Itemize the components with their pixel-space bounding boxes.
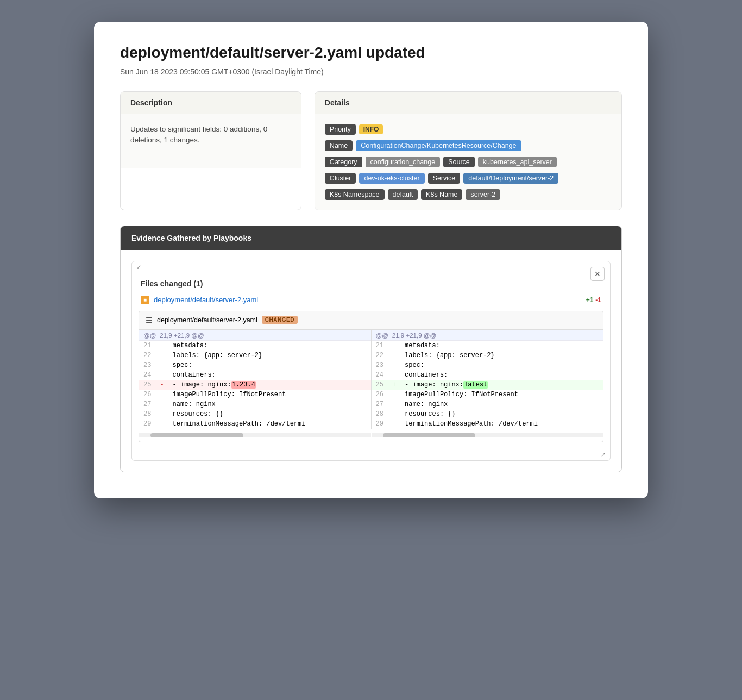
diff-file-header: ☰ deployment/default/server-2.yaml CHANG…	[139, 311, 603, 329]
line-content: containers:	[400, 370, 603, 380]
description-text: Updates to significant fields: 0 additio…	[130, 124, 291, 146]
scroll-left[interactable]	[139, 429, 371, 442]
scroll-right[interactable]	[372, 429, 603, 442]
line-number: 27	[372, 399, 388, 409]
cluster-value: dev-uk-eks-cluster	[359, 173, 424, 184]
priority-label: Priority	[325, 124, 356, 135]
line-marker	[388, 341, 400, 351]
diff-hunk-left: @@ -21,9 +21,9 @@	[139, 330, 371, 341]
top-corner-toggle[interactable]: ↙	[132, 261, 610, 273]
description-header: Description	[121, 92, 301, 114]
diff-hunk-right: @@ -21,9 +21,9 @@	[372, 330, 603, 341]
line-marker	[155, 360, 168, 370]
diff-table-right: 21 metadata:22 labels: {app: server-2}23…	[372, 341, 603, 429]
line-content: terminationMessagePath: /dev/termi	[400, 419, 603, 429]
line-marker	[155, 341, 168, 351]
line-marker	[388, 419, 400, 429]
namespace-k8sname-row: K8s Namespace default K8s Name server-2	[325, 189, 612, 200]
k8s-namespace-value: default	[388, 189, 418, 200]
service-label: Service	[428, 173, 461, 184]
line-marker: -	[155, 380, 168, 390]
line-content: terminationMessagePath: /dev/termi	[168, 419, 371, 429]
line-number: 23	[139, 360, 155, 370]
source-label: Source	[443, 157, 475, 167]
k8s-namespace-label: K8s Namespace	[325, 189, 385, 200]
modal-timestamp: Sun Jun 18 2023 09:50:05 GMT+0300 (Israe…	[120, 67, 622, 76]
modal-title: deployment/default/server-2.yaml updated	[120, 43, 622, 62]
line-number: 28	[372, 409, 388, 419]
line-number: 25	[139, 380, 155, 390]
line-content: labels: {app: server-2}	[168, 351, 371, 360]
line-number: 25	[372, 380, 388, 390]
line-content: spec:	[400, 360, 603, 370]
diff-remove-count: -1	[595, 296, 601, 304]
description-body: Updates to significant fields: 0 additio…	[121, 114, 301, 168]
details-body: Priority INFO Name ConfigurationChange/K…	[315, 114, 621, 210]
line-content: resources: {}	[168, 409, 371, 419]
line-number: 28	[139, 409, 155, 419]
line-number: 24	[372, 370, 388, 380]
file-item-row: ■ deployment/default/server-2.yaml +1 -1	[132, 292, 610, 311]
line-marker	[155, 370, 168, 380]
file-item-link[interactable]: ■ deployment/default/server-2.yaml	[141, 296, 258, 304]
line-content: resources: {}	[400, 409, 603, 419]
diff-col-right: @@ -21,9 +21,9 @@ 21 metadata:22 labels:…	[372, 330, 603, 429]
line-number: 22	[372, 351, 388, 360]
line-number: 26	[372, 390, 388, 399]
diff-col-left: @@ -21,9 +21,9 @@ 21 metadata:22 labels:…	[139, 330, 371, 429]
k8s-name-value: server-2	[466, 189, 500, 200]
details-grid: Priority INFO Name ConfigurationChange/K…	[325, 124, 612, 200]
diff-file-type-icon: ☰	[146, 316, 153, 324]
details-header: Details	[315, 92, 621, 114]
evidence-section: Evidence Gathered by Playbooks ✕ ↙ Files…	[120, 226, 622, 472]
line-content: imagePullPolicy: IfNotPresent	[400, 390, 603, 399]
name-label: Name	[325, 140, 353, 151]
changed-badge: CHANGED	[262, 316, 298, 324]
line-marker	[155, 351, 168, 360]
line-content: containers:	[168, 370, 371, 380]
line-marker	[155, 409, 168, 419]
files-changed-label: Files changed (1)	[132, 273, 610, 292]
line-content: spec:	[168, 360, 371, 370]
line-marker	[388, 360, 400, 370]
line-content: name: nginx	[168, 399, 371, 409]
line-number: 29	[372, 419, 388, 429]
line-number: 29	[139, 419, 155, 429]
line-number: 21	[372, 341, 388, 351]
line-number: 27	[139, 399, 155, 409]
line-number: 24	[139, 370, 155, 380]
line-marker	[388, 390, 400, 399]
file-icon: ■	[141, 296, 149, 304]
line-marker	[155, 419, 168, 429]
category-label: Category	[325, 157, 362, 167]
diff-table-left: 21 metadata:22 labels: {app: server-2}23…	[139, 341, 371, 429]
line-marker: +	[388, 380, 400, 390]
line-content: - image: nginx:latest	[400, 380, 603, 390]
diff-file-name: deployment/default/server-2.yaml	[157, 316, 257, 324]
diff-add-count: +1	[586, 296, 594, 304]
cluster-label: Cluster	[325, 173, 356, 184]
line-number: 22	[139, 351, 155, 360]
diff-close-button[interactable]: ✕	[590, 267, 605, 281]
panels-row: Description Updates to significant field…	[120, 91, 622, 210]
line-marker	[388, 351, 400, 360]
service-value: default/Deployment/server-2	[463, 173, 558, 184]
description-panel: Description Updates to significant field…	[120, 91, 301, 210]
name-value: ConfigurationChange/KubernetesResource/C…	[356, 140, 521, 151]
modal-container: deployment/default/server-2.yaml updated…	[94, 22, 648, 498]
priority-value: INFO	[359, 124, 383, 134]
line-content: metadata:	[168, 341, 371, 351]
category-value: configuration_change	[366, 157, 441, 167]
cluster-service-row: Cluster dev-uk-eks-cluster Service defau…	[325, 173, 612, 184]
line-marker	[388, 370, 400, 380]
diff-two-col: @@ -21,9 +21,9 @@ 21 metadata:22 labels:…	[139, 329, 603, 429]
diff-container: ✕ ↙ Files changed (1) ■ deployment/defau…	[131, 261, 611, 461]
diff-box: ☰ deployment/default/server-2.yaml CHANG…	[139, 311, 603, 442]
line-content: metadata:	[400, 341, 603, 351]
evidence-body: ✕ ↙ Files changed (1) ■ deployment/defau…	[121, 250, 621, 472]
line-content: labels: {app: server-2}	[400, 351, 603, 360]
line-number: 23	[372, 360, 388, 370]
bottom-corner-toggle[interactable]: ↗	[132, 449, 610, 460]
evidence-header: Evidence Gathered by Playbooks	[121, 226, 621, 250]
line-marker	[155, 399, 168, 409]
